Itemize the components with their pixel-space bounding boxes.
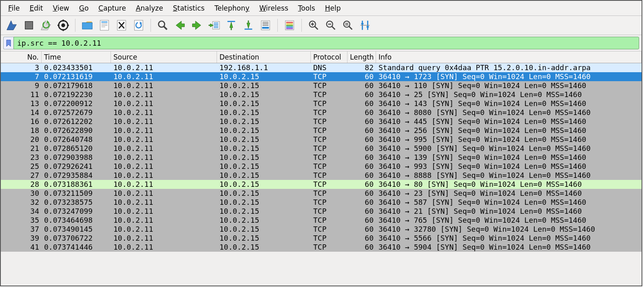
menu-statistics[interactable]: Statistics xyxy=(168,2,210,14)
col-header-dst[interactable]: Destination xyxy=(217,51,311,63)
cell-no: 41 xyxy=(1,243,42,252)
cell-no: 20 xyxy=(1,135,42,144)
packet-row[interactable]: 110.07219223010.0.2.1110.0.2.15TCP603641… xyxy=(1,90,642,99)
cell-no: 30 xyxy=(1,189,42,198)
packet-row[interactable]: 250.07292624110.0.2.1110.0.2.15TCP603641… xyxy=(1,162,642,171)
cell-src: 10.0.2.11 xyxy=(111,198,217,207)
zoom-reset-button[interactable] xyxy=(340,18,356,33)
col-header-proto[interactable]: Protocol xyxy=(311,51,347,63)
packet-row[interactable]: 300.07321150910.0.2.1110.0.2.15TCP603641… xyxy=(1,189,642,198)
save-file-button[interactable] xyxy=(97,18,112,33)
svg-rect-9 xyxy=(102,22,108,23)
packet-row[interactable]: 230.07290398810.0.2.1110.0.2.15TCP603641… xyxy=(1,153,642,162)
col-header-len[interactable]: Length xyxy=(347,51,376,63)
filter-bookmark-button[interactable] xyxy=(3,37,13,49)
cell-time: 0.072572679 xyxy=(42,108,111,117)
packet-row[interactable]: 140.07257267910.0.2.1110.0.2.15TCP603641… xyxy=(1,108,642,117)
cell-no: 13 xyxy=(1,99,42,108)
col-header-src[interactable]: Source xyxy=(111,51,217,63)
cell-proto: TCP xyxy=(311,189,347,198)
menu-telephony[interactable]: Telephony xyxy=(210,2,255,14)
packet-row[interactable]: 200.07264074810.0.2.1110.0.2.15TCP603641… xyxy=(1,135,642,144)
open-file-button[interactable] xyxy=(80,18,95,33)
cell-src: 10.0.2.11 xyxy=(111,117,217,126)
col-header-no[interactable]: No. xyxy=(1,51,42,63)
svg-rect-0 xyxy=(25,22,33,29)
cell-len: 60 xyxy=(347,99,376,108)
menu-file[interactable]: File xyxy=(3,2,24,14)
svg-point-2 xyxy=(61,23,65,27)
menu-tools[interactable]: Tools xyxy=(293,2,320,14)
cell-proto: TCP xyxy=(311,135,347,144)
go-forward-button[interactable] xyxy=(189,18,205,33)
zoom-out-button[interactable] xyxy=(323,18,339,33)
menu-wireless[interactable]: Wireless xyxy=(255,2,293,14)
restart-capture-button[interactable] xyxy=(38,18,54,33)
cell-dst: 10.0.2.15 xyxy=(217,99,311,108)
cell-src: 10.0.2.11 xyxy=(111,234,217,243)
cell-info: 36410 → 765 [SYN] Seq=0 Win=1024 Len=0 M… xyxy=(376,216,642,225)
menu-analyze[interactable]: Analyze xyxy=(131,2,168,14)
colorize-button[interactable] xyxy=(282,18,297,33)
cell-src: 10.0.2.11 xyxy=(111,207,217,216)
packet-row[interactable]: 350.07346469810.0.2.1110.0.2.15TCP603641… xyxy=(1,216,642,225)
packet-row[interactable]: 180.07262289010.0.2.1110.0.2.15TCP603641… xyxy=(1,126,642,135)
svg-rect-34 xyxy=(286,25,293,26)
cell-no: 28 xyxy=(1,180,42,189)
packet-row[interactable]: 130.07220091210.0.2.1110.0.2.15TCP603641… xyxy=(1,99,642,108)
cell-info: 36410 → 445 [SYN] Seq=0 Win=1024 Len=0 M… xyxy=(376,117,642,126)
packet-list-body[interactable]: 30.02343350110.0.2.11192.168.1.1DNS82Sta… xyxy=(1,63,642,252)
col-header-time[interactable]: Time xyxy=(42,51,111,63)
packet-list-header[interactable]: No. Time Source Destination Protocol Len… xyxy=(1,51,642,63)
packet-row[interactable]: 320.07323857510.0.2.1110.0.2.15TCP603641… xyxy=(1,198,642,207)
cell-dst: 10.0.2.15 xyxy=(217,90,311,99)
packet-row[interactable]: 30.02343350110.0.2.11192.168.1.1DNS82Sta… xyxy=(1,63,642,72)
start-capture-button[interactable] xyxy=(4,18,20,33)
packet-row[interactable]: 210.07286512010.0.2.1110.0.2.15TCP603641… xyxy=(1,144,642,153)
cell-proto: TCP xyxy=(311,207,347,216)
menu-edit[interactable]: Edit xyxy=(24,2,48,14)
cell-len: 60 xyxy=(347,189,376,198)
packet-row[interactable]: 410.07374144610.0.2.1110.0.2.15TCP603641… xyxy=(1,243,642,252)
stop-capture-button[interactable] xyxy=(21,18,37,33)
packet-row[interactable]: 270.07293588410.0.2.1110.0.2.15TCP603641… xyxy=(1,171,642,180)
cell-len: 60 xyxy=(347,216,376,225)
cell-time: 0.072131619 xyxy=(42,72,111,81)
cell-dst: 10.0.2.15 xyxy=(217,72,311,81)
cell-info: 36410 → 143 [SYN] Seq=0 Win=1024 Len=0 M… xyxy=(376,99,642,108)
goto-packet-button[interactable] xyxy=(206,18,222,33)
cell-proto: TCP xyxy=(311,234,347,243)
close-file-button[interactable] xyxy=(114,18,129,33)
svg-rect-30 xyxy=(262,27,269,29)
cell-src: 10.0.2.11 xyxy=(111,99,217,108)
packet-row[interactable]: 390.07370672210.0.2.1110.0.2.15TCP603641… xyxy=(1,234,642,243)
cell-info: 36410 → 5900 [SYN] Seq=0 Win=1024 Len=0 … xyxy=(376,144,642,153)
goto-last-packet-button[interactable] xyxy=(241,18,256,33)
goto-first-packet-button[interactable] xyxy=(224,18,239,33)
menu-help[interactable]: Help xyxy=(320,2,346,14)
cell-no: 9 xyxy=(1,81,42,90)
resize-columns-button[interactable] xyxy=(357,18,373,33)
cell-src: 10.0.2.11 xyxy=(111,144,217,153)
reload-file-button[interactable] xyxy=(131,18,146,33)
packet-row[interactable]: 340.07324709910.0.2.1110.0.2.15TCP603641… xyxy=(1,207,642,216)
packet-row[interactable]: 370.07349014510.0.2.1110.0.2.15TCP603641… xyxy=(1,225,642,234)
packet-row[interactable]: 90.07217961810.0.2.1110.0.2.15TCP6036410… xyxy=(1,81,642,90)
cell-no: 18 xyxy=(1,126,42,135)
menu-capture[interactable]: Capture xyxy=(93,2,131,14)
menu-view[interactable]: View xyxy=(48,2,74,14)
zoom-in-button[interactable] xyxy=(306,18,321,33)
packet-row[interactable]: 280.07318836110.0.2.1110.0.2.15TCP603641… xyxy=(1,180,642,189)
cell-dst: 10.0.2.15 xyxy=(217,198,311,207)
menu-go[interactable]: Go xyxy=(74,2,94,14)
display-filter-input[interactable] xyxy=(13,37,639,49)
col-header-info[interactable]: Info xyxy=(376,51,642,63)
find-packet-button[interactable] xyxy=(155,18,170,33)
packet-row[interactable]: 70.07213161910.0.2.1110.0.2.15TCP6036410… xyxy=(1,72,642,81)
autoscroll-button[interactable] xyxy=(258,18,273,33)
cell-info: 36410 → 1723 [SYN] Seq=0 Win=1024 Len=0 … xyxy=(376,72,642,81)
packet-row[interactable]: 160.07261220210.0.2.1110.0.2.15TCP603641… xyxy=(1,117,642,126)
capture-options-button[interactable] xyxy=(55,18,71,33)
go-back-button[interactable] xyxy=(172,18,188,33)
svg-rect-7 xyxy=(82,22,92,29)
